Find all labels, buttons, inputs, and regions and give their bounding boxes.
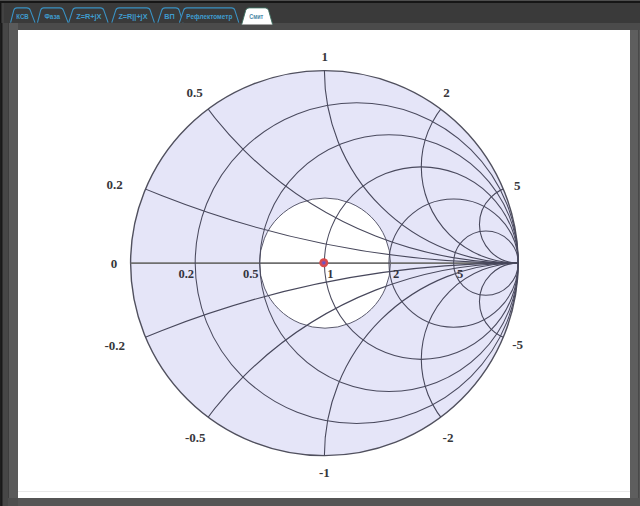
svg-text:КСВ: КСВ <box>16 12 29 21</box>
svg-text:0: 0 <box>111 256 118 271</box>
svg-text:-2: -2 <box>443 430 454 445</box>
svg-text:5: 5 <box>514 178 521 193</box>
svg-text:Рефлектометр: Рефлектометр <box>186 12 232 21</box>
svg-text:Z=R+jX: Z=R+jX <box>76 12 102 21</box>
svg-text:Фаза: Фаза <box>44 12 60 21</box>
svg-text:-0.2: -0.2 <box>104 338 125 353</box>
svg-text:1: 1 <box>322 49 329 64</box>
svg-text:-5: -5 <box>512 337 523 352</box>
svg-text:2: 2 <box>393 267 399 281</box>
svg-text:-0.5: -0.5 <box>185 430 206 445</box>
svg-text:ВП: ВП <box>164 12 175 21</box>
svg-text:0.2: 0.2 <box>107 177 123 192</box>
svg-text:1: 1 <box>327 267 333 281</box>
svg-text:0.5: 0.5 <box>243 267 259 281</box>
svg-text:Смит: Смит <box>249 12 263 21</box>
svg-text:-1: -1 <box>319 465 330 480</box>
svg-text:Z=R||+jX: Z=R||+jX <box>118 12 148 21</box>
svg-text:2: 2 <box>443 85 450 100</box>
svg-text:5: 5 <box>457 267 463 281</box>
svg-text:0.5: 0.5 <box>187 85 204 100</box>
svg-text:0.2: 0.2 <box>178 267 194 281</box>
